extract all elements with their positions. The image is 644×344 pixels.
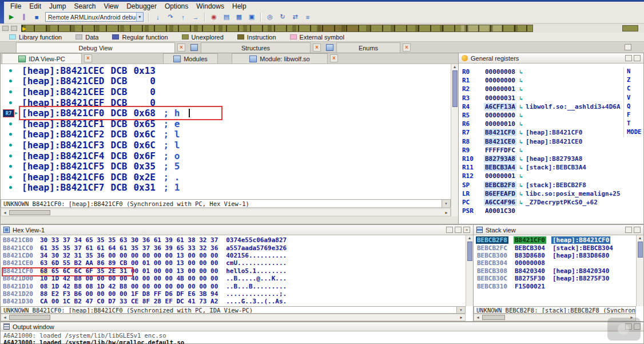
register-value[interactable]: 00000008 (484, 68, 516, 76)
dock-button[interactable] (625, 44, 631, 50)
scroll-up-icon[interactable]: ▴ (637, 235, 644, 240)
disasm-gutter[interactable] (1, 155, 20, 157)
scroll-up-icon[interactable]: ▴ (466, 235, 474, 240)
stack-value[interactable]: F1500021 (514, 283, 546, 290)
disasm-gutter[interactable] (1, 144, 20, 147)
tab-modules[interactable]: Modules (163, 53, 218, 64)
cpu-flag-label[interactable]: Z (627, 76, 642, 85)
scrollbar-thumb[interactable] (638, 242, 643, 258)
step-over-button[interactable]: ↷ (165, 12, 176, 22)
stack-annotation[interactable]: [heap]:B8275F30 (551, 275, 610, 282)
register-annotation[interactable]: [heap]:B8421CE0 (526, 138, 582, 145)
hex-row[interactable]: B8421D20 88 E2 F3 B6 00 00 00 00 1F D8 F… (3, 290, 466, 298)
step-into-button[interactable]: ↓ (152, 12, 164, 22)
scroll-right-icon[interactable]: ▸ (443, 210, 450, 215)
register-annotation[interactable]: [heap]:B8421CF0 (526, 129, 582, 136)
hex-ascii[interactable]: ..............;. (226, 290, 287, 298)
stack-list[interactable]: BEBCB2F8 B8421CF0 [heap]:B8421CF0 BEBCB2… (474, 235, 636, 306)
cpu-flag-label[interactable]: F (627, 111, 642, 120)
segments-list-button[interactable]: ≡ (302, 12, 313, 22)
register-value[interactable]: A0001C30 (484, 207, 516, 215)
register-annotation[interactable]: libwolf.so:__ashldi3+4D6A (526, 103, 621, 110)
hex-byte-current[interactable]: CA (40, 298, 47, 305)
register-value[interactable]: 00000031 (484, 94, 516, 102)
debugger-select[interactable]: Remote ARMLinux/Android debugger ▾ (45, 12, 144, 22)
disasm-line[interactable]: [heap]:B8421CECDCB0x13 (1, 65, 451, 76)
stack-value[interactable]: B8420340 (514, 267, 546, 275)
register-row[interactable]: R11 BEBCB3A4 ↳ [stack]:BEBCB3A4 (462, 163, 623, 172)
watch-button[interactable]: ◎ (264, 12, 276, 22)
cpu-flag-label[interactable]: V (627, 94, 642, 102)
horizontal-scrollbar[interactable]: ◂ ▸ (1, 208, 451, 216)
dock-button[interactable] (625, 55, 632, 61)
cpu-flag-label[interactable]: C (627, 85, 642, 93)
dock-button[interactable] (446, 227, 453, 233)
stack-row[interactable]: BEBCB308 B8420340 [heap]:B8420340 (476, 267, 636, 275)
register-row[interactable]: R9 FFFFFDFC ↳ (462, 146, 623, 155)
register-row[interactable]: SP BEBCB2F8 ↳ [stack]:BEBCB2F8 (462, 180, 623, 189)
scroll-left-icon[interactable]: ◂ (474, 315, 482, 320)
register-row[interactable]: R12 00000001 ↳ (462, 172, 623, 180)
disasm-line[interactable]: [heap]:B8421CF6DCB0x2E; . (1, 172, 451, 183)
disasm-line[interactable]: [heap]:B8421CEDDCB 0 (1, 76, 451, 87)
disassembly-view[interactable]: [heap]:B8421CECDCB0x13 [heap]:B8421CEDDC… (1, 64, 451, 199)
menu-item[interactable]: Windows (192, 2, 228, 11)
disasm-gutter[interactable] (1, 101, 20, 104)
disasm-line[interactable]: [heap]:B8421CEEDCB 0 (1, 86, 451, 97)
scroll-left-icon[interactable]: ◂ (1, 315, 9, 320)
hex-byte-current[interactable]: 68 (40, 267, 47, 275)
register-value[interactable]: B8421CF0 (484, 129, 516, 136)
tab-close-button[interactable]: × (84, 54, 92, 62)
disasm-gutter[interactable] (1, 133, 20, 136)
disasm-gutter[interactable] (1, 90, 20, 93)
cpu-flag-label[interactable]: Q (627, 102, 642, 111)
hex-byte-current[interactable]: 10 (40, 275, 47, 282)
disasm-gutter[interactable] (1, 165, 20, 168)
register-value[interactable]: 00000000 (484, 112, 516, 119)
tab-debug-view[interactable]: Debug View (16, 42, 175, 53)
register-value[interactable]: FFFFFDFC (484, 147, 516, 154)
disasm-gutter[interactable] (1, 69, 20, 72)
scroll-right-icon[interactable]: ▸ (458, 315, 465, 320)
breakpoint-button[interactable]: ◉ (208, 12, 220, 22)
stack-annotation[interactable]: [stack]:BEBCB304 (551, 244, 614, 252)
hex-bytes[interactable]: 35 35 37 61 61 64 61 35 37 36 39 65 33 3… (47, 244, 218, 252)
stack-row[interactable]: BEBCB300 B83D8680 [heap]:B83D8680 (476, 252, 636, 259)
disasm-line[interactable]: [heap]:B8421CF2DCB0x6C; l (1, 129, 451, 140)
cpu-flag-label[interactable]: MODE (627, 128, 642, 137)
stack-row[interactable]: BEBCB30C B8275F30 [heap]:B8275F30 (476, 275, 636, 282)
hex-ascii[interactable]: 0374e55c06a9a827 (226, 236, 287, 244)
disasm-gutter[interactable] (1, 176, 20, 179)
disasm-line[interactable]: [heap]:B8421CEFDCB 0 (1, 97, 451, 108)
navband-options-button[interactable] (11, 26, 17, 31)
continue-process-button[interactable]: ▶ (6, 12, 17, 22)
stack-value[interactable]: B8421CF0 (514, 236, 546, 244)
hex-ascii[interactable]: ..B...B......... (226, 283, 287, 290)
hex-bytes[interactable]: 30 32 31 35 36 00 00 00 00 00 00 13 00 0… (47, 252, 218, 259)
hex-byte-current[interactable]: 63 (40, 259, 47, 267)
hex-ascii[interactable]: ....G..3..(..As. (226, 298, 287, 305)
hex-bytes[interactable]: 1D 42 B8 08 1D 42 B8 00 00 00 00 00 00 0… (47, 283, 218, 290)
register-annotation[interactable]: [heap]:B82793A8 (526, 155, 582, 163)
menu-item[interactable]: Edit (25, 2, 45, 11)
menu-item[interactable]: Debugger (122, 2, 161, 11)
register-row[interactable]: R2 00000001 ↳ (462, 85, 623, 93)
vertical-scrollbar[interactable]: ▴ (466, 235, 473, 306)
stack-row[interactable]: BEBCB310 F1500021 (476, 282, 636, 290)
stack-row[interactable]: BEBCB2F8 B8421CF0 [heap]:B8421CF0 (476, 236, 636, 244)
window-icon[interactable] (190, 44, 198, 51)
menu-item[interactable]: Options (161, 2, 192, 11)
cpu-flag-label[interactable]: N (627, 68, 642, 76)
stack-value[interactable]: BEBCB304 (514, 244, 546, 252)
disasm-line[interactable]: R7 [heap]:B8421CF0DCB0x68; h (1, 108, 451, 118)
scroll-up-icon[interactable]: ▴ (451, 64, 459, 69)
hex-row[interactable]: B8421CF0 68 65 6C 6C 6F 35 2E 31 00 01 0… (3, 267, 466, 275)
hex-ascii[interactable]: cmU............. (226, 259, 287, 267)
tab-close-button[interactable]: × (313, 44, 321, 52)
scrollbar-thumb[interactable] (452, 70, 458, 107)
disasm-line[interactable]: [heap]:B8421CF1DCB0x65; e (1, 118, 451, 129)
run-until-return-button[interactable]: ↑ (177, 12, 189, 22)
register-row[interactable]: R6 00000010 ↳ (462, 120, 623, 128)
register-row[interactable]: R0 00000008 ↳ (462, 68, 623, 76)
menu-item[interactable]: View (100, 2, 122, 11)
